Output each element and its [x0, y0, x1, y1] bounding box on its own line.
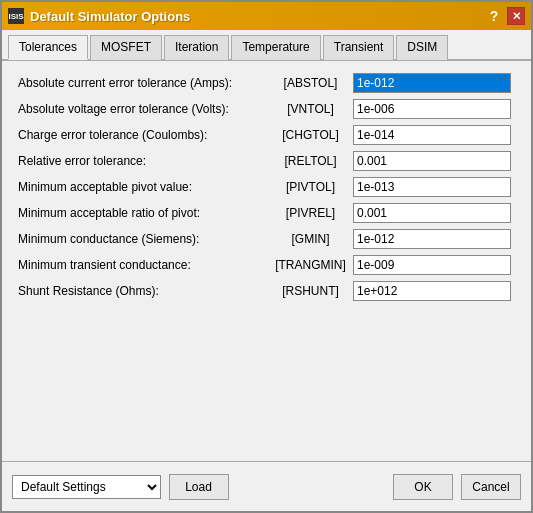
- main-window: ISIS Default Simulator Options ? ✕ Toler…: [0, 0, 533, 513]
- row-bracket: [GMIN]: [268, 232, 353, 246]
- tab-dsim[interactable]: DSIM: [396, 35, 448, 60]
- cancel-button[interactable]: Cancel: [461, 474, 521, 500]
- row-input[interactable]: [353, 99, 511, 119]
- row-bracket: [RSHUNT]: [268, 284, 353, 298]
- row-input[interactable]: [353, 281, 511, 301]
- table-row: Absolute current error tolerance (Amps):…: [18, 73, 515, 93]
- table-row: Charge error tolerance (Coulombs):[CHGTO…: [18, 125, 515, 145]
- tab-bar: TolerancesMOSFETIterationTemperatureTran…: [2, 30, 531, 61]
- row-label: Shunt Resistance (Ohms):: [18, 284, 268, 298]
- settings-dropdown-wrapper: Default Settings: [12, 475, 161, 499]
- row-label: Absolute current error tolerance (Amps):: [18, 76, 268, 90]
- title-bar: ISIS Default Simulator Options ? ✕: [2, 2, 531, 30]
- row-label: Minimum acceptable ratio of pivot:: [18, 206, 268, 220]
- tab-temperature[interactable]: Temperature: [231, 35, 320, 60]
- row-label: Relative error tolerance:: [18, 154, 268, 168]
- tab-transient[interactable]: Transient: [323, 35, 395, 60]
- row-label: Charge error tolerance (Coulombs):: [18, 128, 268, 142]
- row-label: Minimum acceptable pivot value:: [18, 180, 268, 194]
- table-row: Minimum acceptable ratio of pivot:[PIVRE…: [18, 203, 515, 223]
- help-button[interactable]: ?: [485, 7, 503, 25]
- app-icon: ISIS: [8, 8, 24, 24]
- row-bracket: [PIVREL]: [268, 206, 353, 220]
- row-input[interactable]: [353, 151, 511, 171]
- row-label: Minimum conductance (Siemens):: [18, 232, 268, 246]
- table-row: Minimum transient conductance:[TRANGMIN]: [18, 255, 515, 275]
- settings-dropdown[interactable]: Default Settings: [12, 475, 161, 499]
- close-button[interactable]: ✕: [507, 7, 525, 25]
- table-row: Shunt Resistance (Ohms):[RSHUNT]: [18, 281, 515, 301]
- row-bracket: [CHGTOL]: [268, 128, 353, 142]
- row-label: Minimum transient conductance:: [18, 258, 268, 272]
- row-bracket: [PIVTOL]: [268, 180, 353, 194]
- row-bracket: [ABSTOL]: [268, 76, 353, 90]
- title-bar-controls: ? ✕: [485, 7, 525, 25]
- row-input[interactable]: [353, 255, 511, 275]
- table-row: Relative error tolerance:[RELTOL]: [18, 151, 515, 171]
- row-input[interactable]: [353, 203, 511, 223]
- ok-button[interactable]: OK: [393, 474, 453, 500]
- footer: Default Settings Load OK Cancel: [2, 461, 531, 511]
- window-title: Default Simulator Options: [30, 9, 190, 24]
- row-input[interactable]: [353, 73, 511, 93]
- load-button[interactable]: Load: [169, 474, 229, 500]
- row-bracket: [VNTOL]: [268, 102, 353, 116]
- content-area: Absolute current error tolerance (Amps):…: [2, 61, 531, 461]
- row-input[interactable]: [353, 177, 511, 197]
- row-input[interactable]: [353, 229, 511, 249]
- row-label: Absolute voltage error tolerance (Volts)…: [18, 102, 268, 116]
- table-row: Minimum conductance (Siemens):[GMIN]: [18, 229, 515, 249]
- tab-tolerances[interactable]: Tolerances: [8, 35, 88, 60]
- table-row: Minimum acceptable pivot value:[PIVTOL]: [18, 177, 515, 197]
- title-bar-left: ISIS Default Simulator Options: [8, 8, 190, 24]
- tab-mosfet[interactable]: MOSFET: [90, 35, 162, 60]
- row-bracket: [RELTOL]: [268, 154, 353, 168]
- row-input[interactable]: [353, 125, 511, 145]
- row-bracket: [TRANGMIN]: [268, 258, 353, 272]
- tab-iteration[interactable]: Iteration: [164, 35, 229, 60]
- table-row: Absolute voltage error tolerance (Volts)…: [18, 99, 515, 119]
